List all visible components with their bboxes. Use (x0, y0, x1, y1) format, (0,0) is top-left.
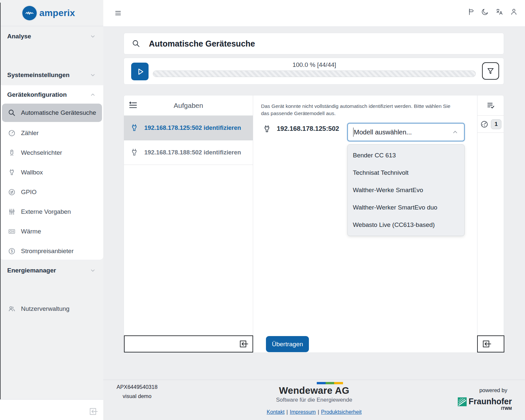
sidebar-item-nutzerverwaltung[interactable]: Nutzerverwaltung (0, 299, 103, 319)
task-label: 192.168.178.125:502 identifizieren (144, 124, 241, 131)
inverter-icon (8, 149, 16, 157)
signpost-icon[interactable] (467, 8, 475, 16)
link-separator: | (318, 409, 319, 415)
model-option[interactable]: Walther-Werke SmartEvo (348, 181, 464, 199)
sidebar-item-automatische-geraetesuche[interactable]: Automatische Gerätesuche (2, 104, 102, 122)
add-task-icon[interactable] (129, 101, 137, 110)
user-profile-icon[interactable] (510, 8, 518, 16)
powered-by-text: powered by (458, 387, 507, 393)
search-icon (132, 39, 140, 48)
model-option[interactable]: Webasto Live (CC613-based) (348, 216, 464, 233)
task-item-188[interactable]: 192.168.178.188:502 identifizieren (124, 140, 253, 165)
pending-count-badge: 1 (491, 119, 501, 129)
timer-icon[interactable] (480, 120, 489, 129)
sidebar-item-label: Wärme (21, 228, 41, 235)
plug-icon (130, 124, 139, 132)
model-option[interactable]: Bender CC 613 (348, 147, 464, 164)
sidebar-item-label: Wallbox (21, 169, 43, 176)
wendeware-color-bar (317, 382, 343, 384)
sidebar-item-wechselrichter[interactable]: Wechselrichter (0, 143, 103, 163)
meter-icon (8, 129, 16, 137)
footer-links: Kontakt|Impressum|Produktsicherheit (267, 409, 361, 415)
bar-blue (317, 382, 326, 384)
model-select-placeholder: Modell auswählen... (354, 129, 452, 136)
bar-green (326, 382, 334, 384)
sidebar-footer (0, 399, 103, 420)
funnel-icon (486, 67, 495, 75)
sidebar-item-label: Nutzerverwaltung (21, 305, 70, 312)
sidebar-collapse-icon[interactable] (88, 407, 99, 416)
filter-button[interactable] (482, 62, 499, 80)
model-select-input[interactable]: Modell auswählen... (347, 123, 465, 141)
sidebar-item-wallbox[interactable]: Wallbox (0, 163, 103, 182)
fraunhofer-institute: ITWM (469, 406, 512, 411)
sidebar-item-label: Externe Vorgaben (21, 208, 71, 215)
tasks-collapse-button[interactable] (124, 335, 253, 352)
list-check-icon[interactable] (486, 101, 495, 110)
actions-collapse-button[interactable] (477, 335, 504, 352)
sidebar-item-label: Strompreisanbieter (21, 248, 74, 255)
side-actions-panel: 1 (477, 95, 504, 352)
scan-progress: 100.0 % [44/44] (153, 61, 476, 77)
wendeware-logo-text: Wendeware AG (279, 385, 350, 396)
chevron-up-icon (90, 91, 96, 98)
sliders-icon (8, 208, 16, 216)
page-title: Automatische Gerätesuche (149, 39, 255, 49)
sidebar-section-energiemanager[interactable]: Energiemanager (0, 264, 103, 277)
sidebar-item-zaehler[interactable]: Zähler (0, 123, 103, 143)
topbar-icons (467, 8, 518, 16)
task-item-125[interactable]: 192.168.178.125:502 identifizieren (124, 116, 253, 140)
sidebar-item-externe-vorgaben[interactable]: Externe Vorgaben (0, 202, 103, 222)
task-log-row (477, 95, 504, 116)
chevron-up-icon (452, 129, 459, 136)
task-label: 192.168.178.188:502 identifizieren (144, 149, 241, 156)
dark-mode-moon-icon[interactable] (481, 8, 489, 16)
sidebar-section-systemeinstellungen[interactable]: Systemeinstellungen (0, 69, 103, 81)
link-impressum[interactable]: Impressum (290, 409, 316, 415)
language-translate-icon[interactable] (495, 8, 503, 16)
sidebar-section-geraetekonfiguration[interactable]: Gerätekonfiguration (0, 89, 103, 101)
sidebar-item-label: GPIO (21, 189, 37, 196)
model-option[interactable]: Technisat Technivolt (348, 164, 464, 181)
brand-name: amperix (39, 8, 75, 18)
device-identification-card: Aufgaben 192.168.178.125:502 identifizie… (124, 95, 504, 353)
model-options-dropdown: Bender CC 613 Technisat Technivolt Walth… (347, 144, 465, 236)
model-option[interactable]: Walther-Werker SmartEvo duo (348, 199, 464, 216)
sidebar-item-waerme[interactable]: Wärme (0, 222, 103, 241)
sidebar-item-gpio[interactable]: GPIO (0, 182, 103, 202)
svg-text:$: $ (11, 249, 13, 253)
link-produktsicherheit[interactable]: Produktsicherheit (321, 409, 362, 415)
page-footer: APX6449540318 visual demo Wendeware AG S… (103, 380, 525, 420)
wendeware-tagline: Software für die Energiewende (276, 397, 352, 403)
section-label: Systemeinstellungen (7, 71, 90, 79)
link-kontakt[interactable]: Kontakt (267, 409, 284, 415)
tasks-header: Aufgaben (124, 95, 253, 116)
powered-by-block: powered by Fraunhofer ITWM (458, 387, 512, 411)
section-label: Energiemanager (7, 267, 90, 274)
sidebar: amperix Analyse Systemeinstellungen Gerä… (0, 0, 103, 420)
sidebar-item-strompreisanbieter[interactable]: $ Strompreisanbieter (0, 241, 103, 261)
price-icon: $ (8, 247, 16, 255)
scan-progress-card: 100.0 % [44/44] (124, 58, 504, 85)
topbar (103, 0, 525, 26)
fraunhofer-logo: Fraunhofer ITWM (458, 397, 512, 411)
chevron-down-icon (90, 267, 96, 274)
progress-label: 100.0 % [44/44] (153, 61, 476, 70)
sidebar-section-geraetekonfiguration-panel: Gerätekonfiguration Automatische Gerätes… (0, 85, 103, 260)
app-window: amperix Analyse Systemeinstellungen Gerä… (0, 0, 525, 420)
sidebar-section-analyse[interactable]: Analyse (0, 30, 103, 43)
progress-bar (153, 70, 476, 77)
plug-icon (262, 124, 272, 134)
submit-button[interactable]: Übertragen (266, 336, 309, 352)
fraunhofer-mark-icon (458, 397, 467, 406)
menu-toggle-button[interactable] (114, 9, 122, 17)
chevron-down-icon (90, 72, 96, 78)
box-arrow-in-left-icon (239, 339, 249, 349)
gpio-icon (8, 188, 16, 196)
search-icon (8, 109, 16, 117)
tasks-title: Aufgaben (174, 102, 203, 110)
progress-fill (153, 71, 475, 77)
fraunhofer-text: Fraunhofer (469, 397, 512, 406)
start-scan-button[interactable] (131, 63, 149, 80)
device-address: 192.168.178.125:502 (277, 125, 339, 132)
